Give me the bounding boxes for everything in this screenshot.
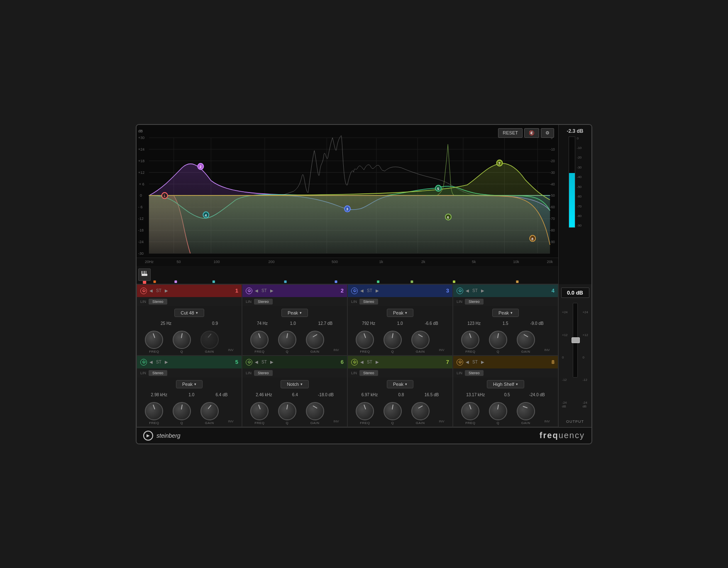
band-8-power[interactable]: ⏻ — [457, 359, 463, 366]
band-8-freq-knob[interactable] — [461, 402, 479, 420]
band-2-gain-knob-wrap: GAIN — [306, 331, 324, 353]
band-4-stereo[interactable]: Stereo — [465, 299, 484, 305]
band-4-next[interactable]: ▶ — [480, 288, 485, 293]
band-3-freq-knob[interactable] — [356, 331, 374, 349]
band-1-stereo[interactable]: Stereo — [149, 299, 167, 305]
band-2-q-val: 1.0 — [290, 321, 296, 326]
output-db-display: 0.0 dB — [561, 288, 589, 298]
band-1-power[interactable]: ⏻ — [140, 288, 147, 294]
band-8-stereo[interactable]: Stereo — [465, 370, 484, 376]
band-4-q-val: 1.5 — [503, 321, 508, 326]
band-3-stereo[interactable]: Stereo — [359, 299, 378, 305]
band-1-prev[interactable]: ◀ — [149, 288, 154, 293]
band-5-next[interactable]: ▶ — [164, 360, 169, 364]
band-7-stereo[interactable]: Stereo — [359, 370, 378, 376]
band-7-inv[interactable]: INV — [439, 419, 444, 423]
band-6-filter-type[interactable]: Notch — [281, 380, 309, 388]
band-6-next[interactable]: ▶ — [269, 360, 274, 364]
band-8-next[interactable]: ▶ — [480, 360, 485, 364]
settings-button[interactable]: ⚙ — [541, 128, 554, 138]
band-6-freq-knob[interactable] — [250, 402, 269, 420]
band-3-next[interactable]: ▶ — [375, 288, 380, 293]
band-7-gain-knob[interactable] — [411, 402, 430, 420]
band-1-freq-knob[interactable] — [145, 331, 163, 349]
band-2-gain-knob[interactable] — [306, 331, 324, 349]
band-5-q-knob-wrap: Q — [173, 402, 191, 425]
band-1-gain-knob[interactable] — [200, 331, 219, 349]
band-4-power[interactable]: ⏻ — [457, 288, 463, 294]
meter-db-value: -2.3 dB — [567, 128, 583, 134]
svg-text:+24: +24 — [138, 147, 144, 151]
band-5-freq-knob[interactable] — [145, 402, 163, 420]
band-5-inv[interactable]: INV — [228, 419, 233, 423]
band-8-filter-row: High Shelf — [453, 378, 558, 391]
reset-button[interactable]: RESET — [498, 128, 523, 138]
band-2-prev[interactable]: ◀ — [254, 288, 259, 293]
band-3-params: 792 Hz 1.0 -6.6 dB — [348, 319, 452, 327]
band-4-gain-knob-wrap: GAIN — [517, 331, 535, 353]
band-1-next[interactable]: ▶ — [164, 288, 169, 293]
band-5-freq-knob-wrap: FREQ — [145, 402, 163, 425]
band-7-freq-knob[interactable] — [356, 402, 374, 420]
band-5-gain-knob[interactable] — [200, 402, 219, 420]
svg-text:- 6: - 6 — [138, 205, 142, 209]
band-2-freq-knob[interactable] — [250, 331, 269, 349]
band-1-inv[interactable]: INV — [228, 348, 233, 352]
band-3-prev[interactable]: ◀ — [359, 288, 364, 293]
band-3-gain-knob[interactable] — [411, 331, 430, 349]
band-7-prev[interactable]: ◀ — [359, 360, 364, 364]
band-1-params: 25 Hz 0.9 — [137, 319, 242, 327]
band-8-inv[interactable]: INV — [544, 419, 550, 423]
band-3-filter-type[interactable]: Peak — [387, 309, 413, 317]
band-7-filter-type[interactable]: Peak — [387, 380, 413, 388]
band-2-filter-type[interactable]: Peak — [281, 309, 308, 317]
band-6-q-knob[interactable] — [278, 402, 296, 420]
band-1-q-knob[interactable] — [173, 331, 191, 349]
svg-rect-66 — [453, 280, 455, 283]
svg-rect-62 — [284, 280, 287, 283]
band-8-q-knob[interactable] — [489, 402, 507, 420]
band-6-power[interactable]: ⏻ — [246, 359, 252, 366]
band-2-stereo[interactable]: Stereo — [254, 299, 273, 305]
band-8-gain-knob[interactable] — [515, 400, 536, 422]
logo-circle-icon: ▶ — [143, 431, 153, 441]
output-fader-track[interactable] — [573, 303, 578, 378]
band-5-stereo[interactable]: Stereo — [149, 370, 167, 376]
band-4-prev[interactable]: ◀ — [465, 288, 470, 293]
band-4-freq-knob[interactable] — [461, 331, 479, 349]
band-2-next[interactable]: ▶ — [269, 288, 274, 293]
band-5-power[interactable]: ⏻ — [140, 359, 147, 366]
band-3-freq-knob-wrap: FREQ — [356, 331, 374, 353]
band-7-q-knob[interactable] — [384, 402, 402, 420]
piano-toggle-btn[interactable] — [138, 268, 151, 281]
band-8-filter-type[interactable]: High Shelf — [487, 380, 524, 388]
bands-row-2: ⏻ ◀ ST ▶ 5 LIN Stereo Peak 2.98 kHz — [137, 356, 558, 427]
band-7-next[interactable]: ▶ — [375, 360, 380, 364]
band-6-inv[interactable]: INV — [333, 419, 339, 423]
band-8-prev[interactable]: ◀ — [465, 360, 470, 364]
mute-button[interactable]: 🔇 — [524, 128, 539, 138]
band-2-inv[interactable]: INV — [333, 348, 339, 352]
svg-text:3: 3 — [346, 207, 348, 211]
band-4-filter-type[interactable]: Peak — [492, 309, 519, 317]
band-4-q-knob[interactable] — [489, 331, 507, 349]
piano-svg: // This will be rendered as SVG rects vi… — [137, 266, 558, 284]
band-2-power[interactable]: ⏻ — [246, 288, 252, 294]
band-1-gain-label: GAIN — [205, 350, 214, 353]
band-3-q-knob[interactable] — [384, 331, 402, 349]
band-5-prev[interactable]: ◀ — [149, 360, 154, 364]
output-fader-thumb[interactable] — [572, 337, 580, 343]
band-6-prev[interactable]: ◀ — [254, 360, 259, 364]
band-2-q-knob[interactable] — [278, 331, 296, 349]
band-6-stereo[interactable]: Stereo — [254, 370, 273, 376]
band-1-filter-type[interactable]: Cut 48 — [174, 309, 204, 317]
band-3-num: 3 — [446, 288, 449, 294]
band-6-gain-knob[interactable] — [306, 402, 324, 420]
band-4-inv[interactable]: INV — [544, 348, 550, 352]
band-4-gain-knob[interactable] — [517, 331, 535, 349]
band-7-power[interactable]: ⏻ — [351, 359, 358, 366]
band-3-inv[interactable]: INV — [439, 348, 444, 352]
band-5-filter-type[interactable]: Peak — [176, 380, 203, 388]
band-5-q-knob[interactable] — [173, 402, 191, 420]
band-3-power[interactable]: ⏻ — [351, 288, 358, 294]
